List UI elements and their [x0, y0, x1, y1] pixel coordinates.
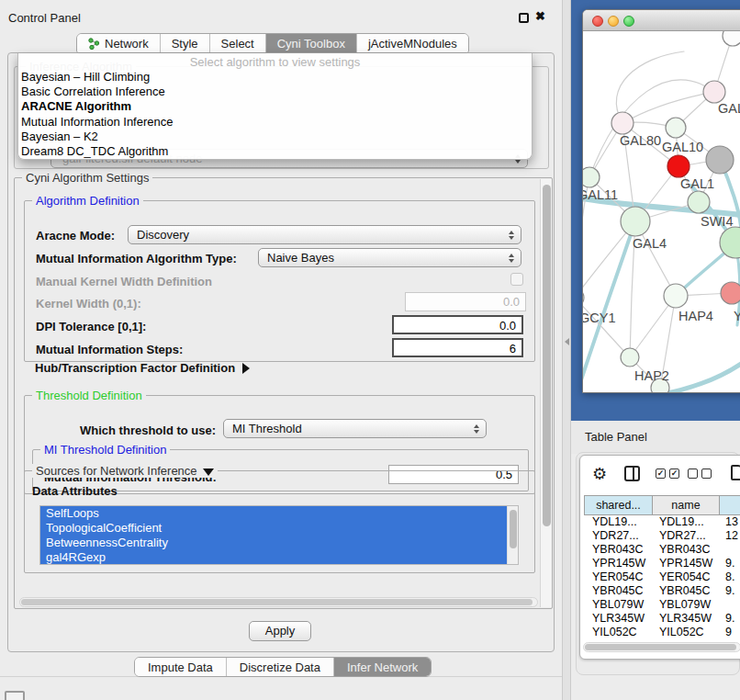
data-attributes-list[interactable]: SelfLoopsTopologicalCoefficientBetweenne… — [39, 505, 519, 565]
column-header-clipped[interactable] — [719, 495, 740, 515]
tab-network[interactable]: Network — [77, 34, 160, 52]
scrollbar-thumb[interactable] — [21, 599, 533, 605]
data-attributes-items: SelfLoopsTopologicalCoefficientBetweenne… — [40, 506, 518, 565]
table-row[interactable]: YBR045CYBR045C9. — [584, 584, 740, 598]
tab-infer-network[interactable]: Infer Network — [333, 658, 431, 676]
mi-steps-field[interactable]: 6 — [392, 338, 523, 357]
network-edge[interactable] — [622, 92, 714, 123]
table-row[interactable]: YLR345WYLR345W9. — [584, 612, 740, 626]
network-node-gal11[interactable] — [583, 167, 600, 187]
network-node-y[interactable] — [721, 282, 740, 304]
gear-icon[interactable]: ⚙ — [592, 464, 607, 484]
algorithm-option[interactable]: Dream8 DC_TDC Algorithm — [18, 144, 532, 159]
settings-horizontal-scrollbar[interactable] — [19, 597, 538, 607]
column-header-name[interactable]: name — [652, 495, 720, 515]
table-row[interactable]: YIL052CYIL052C9 — [584, 626, 740, 636]
table-cell: 13 — [721, 515, 740, 529]
network-node-gcy1[interactable] — [583, 288, 584, 307]
network-node-gal1[interactable] — [667, 155, 690, 177]
sources-group-title[interactable]: Sources for Network Inference — [32, 464, 218, 478]
network-node-gal4[interactable] — [621, 207, 650, 236]
table-toolbar: ⚙ ✓ ✓ — [580, 456, 740, 494]
network-canvas[interactable]: GALGAL80GAL10GAL1GAL11SWI4GAL4GCY1HAP4YH… — [583, 31, 740, 393]
dpi-tolerance-label: DPI Tolerance [0,1]: — [36, 320, 146, 333]
settings-vertical-scrollbar[interactable] — [540, 179, 552, 607]
algorithm-option[interactable]: Bayesian – Hill Climbing — [18, 70, 532, 85]
network-node-gal10[interactable] — [666, 118, 686, 138]
splitter-handle-icon[interactable] — [565, 338, 569, 345]
document-icon[interactable] — [731, 465, 740, 480]
table-cell: YER054C — [584, 570, 653, 584]
network-node-hap2[interactable] — [621, 348, 639, 367]
combo-arrows-icon — [509, 254, 514, 263]
table-cell: YBL079W — [653, 598, 721, 612]
data-attribute-item[interactable]: SelfLoops — [40, 506, 518, 521]
cyni-toolbox-panel: Inference Algorithm galFiltered.sif defa… — [7, 52, 555, 652]
minimized-panel-chip[interactable] — [5, 691, 25, 700]
table-row[interactable]: YDR27...YDR27...12 — [584, 529, 740, 543]
scrollbar-thumb[interactable] — [510, 510, 517, 548]
tab-cyni-toolbox[interactable]: Cyni Toolbox — [265, 34, 356, 52]
cyni-algorithm-settings-group: Cyni Algorithm Settings Algorithm Defini… — [14, 177, 553, 609]
algorithm-option[interactable]: ARACNE Algorithm — [18, 99, 532, 114]
table-row[interactable]: YBR043CYBR043C — [584, 543, 740, 557]
data-attribute-item[interactable]: TopologicalCoefficient — [40, 521, 518, 536]
zoom-traffic-light[interactable] — [623, 16, 634, 27]
settings-group-title: Cyni Algorithm Settings — [22, 171, 152, 185]
network-window-titlebar[interactable] — [583, 10, 740, 31]
close-icon[interactable]: ✖ — [535, 9, 545, 23]
table-row[interactable]: YBL079WYBL079W — [584, 598, 740, 612]
node-label: GAL1 — [680, 176, 714, 191]
tab-select[interactable]: Select — [209, 34, 265, 52]
deselect-all-checkboxes-icon[interactable] — [688, 469, 712, 479]
table-row[interactable]: YDL19...YDL19...13 — [584, 515, 740, 529]
float-window-icon[interactable] — [519, 13, 529, 23]
data-attribute-item[interactable]: BetweennessCentrality — [40, 536, 518, 550]
algorithm-dropdown-popup: Select algorithm to view settings Bayesi… — [17, 53, 533, 160]
network-view-window[interactable]: GALGAL80GAL10GAL1GAL11SWI4GAL4GCY1HAP4YH… — [582, 9, 740, 393]
tab-impute-data[interactable]: Impute Data — [135, 658, 226, 676]
column-header-shared-name[interactable]: shared... — [584, 495, 653, 515]
panel-splitter[interactable] — [562, 0, 571, 700]
scrollbar-thumb[interactable] — [585, 644, 736, 650]
algorithm-option[interactable]: Basic Correlation Inference — [18, 85, 532, 99]
node-label: Y — [734, 309, 740, 323]
network-node-hap4[interactable] — [664, 284, 688, 308]
manual-kernel-checkbox[interactable] — [510, 273, 523, 286]
network-node[interactable] — [723, 31, 740, 46]
tab-style[interactable]: Style — [160, 34, 209, 52]
tab-discretize-data[interactable]: Discretize Data — [226, 658, 333, 676]
table-horizontal-scrollbar[interactable] — [583, 642, 740, 652]
node-label: GAL11 — [583, 187, 618, 202]
mi-type-combobox[interactable]: Naive Bayes — [258, 248, 521, 267]
network-node[interactable] — [706, 146, 734, 174]
table-cell: YDL19... — [653, 515, 721, 529]
network-edge[interactable] — [589, 80, 714, 177]
which-threshold-combobox[interactable]: MI Threshold — [223, 419, 487, 438]
table-row[interactable]: YER054CYER054C8. — [584, 570, 740, 584]
close-traffic-light[interactable] — [592, 16, 603, 27]
algorithm-option[interactable]: Bayesian – K2 — [18, 130, 532, 144]
kernel-width-field[interactable]: 0.0 — [405, 292, 526, 311]
split-columns-icon[interactable] — [624, 466, 640, 481]
tab-jactivemnodules[interactable]: jActiveMNodules — [356, 34, 468, 52]
scrollbar-thumb[interactable] — [543, 185, 551, 526]
node-label: GAL4 — [633, 236, 667, 251]
select-all-checkboxes-icon[interactable]: ✓ ✓ — [656, 469, 679, 479]
hub-definition-expander[interactable]: Hub/Transcription Factor Definition — [35, 361, 250, 375]
expander-collapsed-icon — [242, 363, 250, 374]
network-node-swi4[interactable] — [688, 191, 710, 213]
tab-label: Select — [221, 37, 254, 51]
list-vertical-scrollbar[interactable] — [507, 506, 518, 564]
network-node-gal[interactable] — [703, 81, 725, 103]
data-attribute-item[interactable]: gal4RGexp — [40, 550, 518, 565]
network-desktop: GALGAL80GAL10GAL1GAL11SWI4GAL4GCY1HAP4YH… — [571, 0, 740, 421]
dpi-tolerance-field[interactable]: 0.0 — [392, 315, 523, 334]
aracne-mode-combobox[interactable]: Discovery — [128, 225, 521, 244]
network-node-gal80[interactable] — [611, 112, 633, 134]
node-label: HAP2 — [634, 368, 669, 383]
algorithm-option[interactable]: Mutual Information Inference — [18, 115, 532, 130]
minimize-traffic-light[interactable] — [608, 16, 619, 27]
table-row[interactable]: YPR145WYPR145W9. — [584, 557, 740, 570]
apply-button[interactable]: Apply — [249, 621, 311, 641]
